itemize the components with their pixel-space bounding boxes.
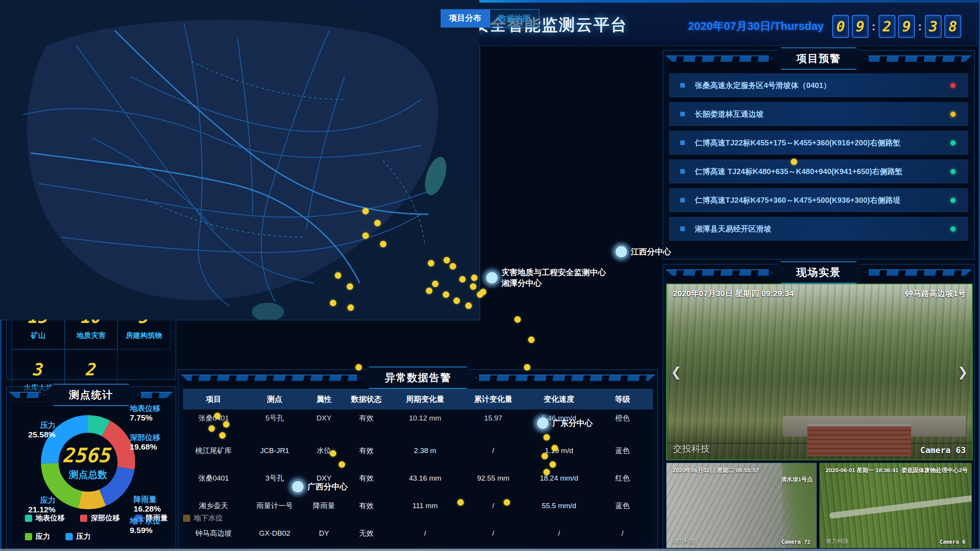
camera-timestamp: 2020-06-01 星期一 18:36:41 (826, 467, 898, 474)
warning-row-3[interactable]: 仁博高速 TJ24标K480+635～K480+940(K941+650)右侧路… (669, 160, 968, 183)
map-button-0[interactable]: 项目分布 (441, 9, 480, 28)
alerts-row-1[interactable]: 桃江尾矿库JCB-JR1水位有效2.38 m/1.19 m/d蓝色 (183, 437, 653, 465)
legend-label: 应力 (36, 531, 50, 541)
alerts-cell: / (460, 492, 526, 520)
alerts-row-3[interactable]: 湘乡壶天雨量计一号降雨量有效111 mm/55.5 mm/d蓝色 (183, 492, 653, 520)
camera-timestamp: 2020年07月30日 星期四 09:29:34 (673, 288, 794, 299)
map-project-dot[interactable] (449, 263, 456, 269)
map-project-dot[interactable] (459, 276, 466, 283)
warning-row-2[interactable]: 仁博高速TJ22标K455+175～K455+360(K916+200)右侧路堑 (669, 131, 968, 155)
legend-item-0[interactable]: 地表位移 (25, 513, 65, 523)
legend-label: 压力 (76, 531, 91, 541)
callout-name: 地表位移 (130, 404, 160, 413)
camera-next-arrow[interactable]: ❯ (957, 364, 969, 380)
alerts-cell: / (390, 520, 460, 547)
camera-feed-main[interactable]: 2020年07月30日 星期四 09:29:34 钟马路高边坡1号 交投科技 C… (666, 284, 973, 460)
alerts-cell: 2.38 m (390, 437, 460, 465)
legend-item-1[interactable]: 深部位移 (80, 513, 120, 523)
warning-bullet-icon (680, 227, 685, 231)
map-project-dot[interactable] (470, 283, 477, 290)
alerts-row-4[interactable]: 钟马高边坡GX-DB02DY无效//// (183, 520, 653, 547)
alerts-cell: 有效 (343, 409, 390, 437)
map-project-dot[interactable] (374, 220, 381, 227)
clock-digit-0: 0 (832, 15, 849, 38)
alerts-cell: 5号孔 (244, 409, 305, 437)
clock-colon: : (872, 20, 875, 33)
map-project-dot[interactable] (330, 300, 336, 306)
map-project-dot[interactable] (453, 298, 460, 304)
map-project-dot[interactable] (428, 260, 434, 267)
alerts-table-wrap[interactable]: 项目测点属性数据状态周期变化量累计变化量变化速度等级 张桑04015号孔DXY有… (178, 387, 658, 551)
alerts-cell: 无效 (343, 520, 390, 547)
map-project-dot[interactable] (465, 303, 472, 309)
callout-name: 降雨量 (134, 495, 161, 504)
camera-site-name: 娄底固体废物处理中心2号 (902, 467, 968, 474)
warning-text: 仁博高速TJ24标K475+360～K475+500(K936+300)右侧路堤 (695, 195, 951, 205)
alerts-col-header-7: 等级 (592, 389, 653, 409)
alerts-cell: 92.55 mm (460, 465, 526, 492)
map-project-dot[interactable] (443, 292, 449, 298)
title-deco-left (9, 392, 41, 398)
map-project-dot[interactable] (362, 208, 369, 214)
map-project-dot[interactable] (471, 274, 478, 281)
warning-row-0[interactable]: 张桑高速永定服务区4号滑坡体（0401） (669, 73, 968, 97)
alerts-cell: 张桑0401 (183, 409, 244, 437)
warning-row-5[interactable]: 湘潭县天易经开区滑坡 (669, 217, 968, 241)
map-project-dot[interactable] (444, 257, 450, 263)
alerts-row-2[interactable]: 张桑04013号孔DXY有效43.16 mm92.55 mm18.24 mm/d… (183, 465, 653, 492)
map-project-dot[interactable] (432, 280, 438, 287)
warning-row-1[interactable]: 长韶娄道林互通边坡 (669, 102, 968, 126)
dashboard-root: 日常管理应急响应简介功能模块 灾害地质与工程安全智能监测云平台 2020年07月… (0, 0, 980, 551)
camera-id-label: Camera 72 (781, 539, 810, 545)
map-project-dot[interactable] (426, 288, 433, 294)
legend-item-4[interactable]: 应力 (25, 531, 50, 541)
alerts-col-header-2: 属性 (305, 389, 343, 409)
alerts-col-header-4: 周期变化量 (390, 389, 460, 409)
map-project-dot[interactable] (362, 233, 369, 239)
map-project-dot[interactable] (335, 272, 341, 279)
legend-swatch (65, 533, 73, 540)
warning-bullet-icon (680, 198, 685, 202)
warnings-panel-title-bar: 项目预警 (663, 49, 974, 68)
bottom-scrollbar[interactable] (0, 549, 980, 551)
legend-label: 地表位移 (36, 513, 65, 523)
camera-feed-thumb-1[interactable]: 2020年06月02日 星期二 06:55:57 清水坝1号点 致力科技 Cam… (666, 463, 817, 548)
alerts-cell: 桃江尾矿库 (183, 437, 244, 465)
alerts-panel-title: 异常数据告警 (359, 367, 477, 389)
warning-bullet-icon (680, 140, 685, 145)
title-deco-left (665, 55, 769, 62)
camera-id-label: Camera 63 (920, 445, 966, 455)
map-panel[interactable]: 项目分布数据地图 江西分中心灾害地质与工程安全监测中心湘潭分中心广东分中心广西分… (0, 0, 480, 320)
alerts-cell: DY (305, 520, 343, 547)
summary-label: 地质灾害 (67, 331, 116, 341)
donut-legend-row-2: 应力压力 (25, 531, 91, 541)
callout-percent: 7.75% (130, 413, 160, 422)
warning-status-dot (951, 140, 956, 145)
alerts-panel: 异常数据告警 项目测点属性数据状态周期变化量累计变化量变化速度等级 张桑0401… (178, 369, 658, 551)
donut-callout-4: 应力21.12% (10, 496, 56, 514)
alerts-cell: 蓝色 (592, 437, 653, 465)
alerts-cell: 橙色 (592, 409, 653, 437)
alerts-cell: / (592, 520, 653, 547)
header-right: 2020年07月30日/Thursday 09:29:38 (688, 15, 961, 38)
camera-feed-thumb-2[interactable]: 2020-06-01 星期一 18:36:41 娄底固体废物处理中心2号 致力科… (819, 463, 972, 548)
warning-bullet-icon (680, 112, 685, 116)
alerts-cell: / (460, 437, 526, 465)
warning-row-4[interactable]: 仁博高速TJ24标K475+360～K475+500(K936+300)右侧路堤 (669, 188, 968, 212)
warnings-panel-title: 项目预警 (771, 47, 866, 70)
alerts-header-row: 项目测点属性数据状态周期变化量累计变化量变化速度等级 (183, 389, 653, 409)
map-project-dot[interactable] (346, 283, 353, 290)
map-project-dot[interactable] (380, 241, 386, 247)
title-deco-right (141, 392, 173, 398)
warning-status-dot (951, 198, 956, 203)
warning-text: 仁博高速 TJ24标K480+635～K480+940(K941+650)右侧路… (695, 166, 951, 177)
alerts-cell: GX-DB02 (244, 520, 305, 547)
alerts-cell: 10.12 mm (390, 409, 460, 437)
legend-item-5[interactable]: 压力 (65, 531, 91, 541)
map-project-dot[interactable] (348, 304, 354, 311)
donut-callout-1: 深部位移19.68% (130, 433, 160, 452)
warning-text: 张桑高速永定服务区4号滑坡体（0401） (695, 80, 951, 91)
clock-digit-2: 2 (879, 15, 895, 38)
camera-hut (807, 426, 911, 456)
camera-prev-arrow[interactable]: ❮ (671, 364, 682, 380)
